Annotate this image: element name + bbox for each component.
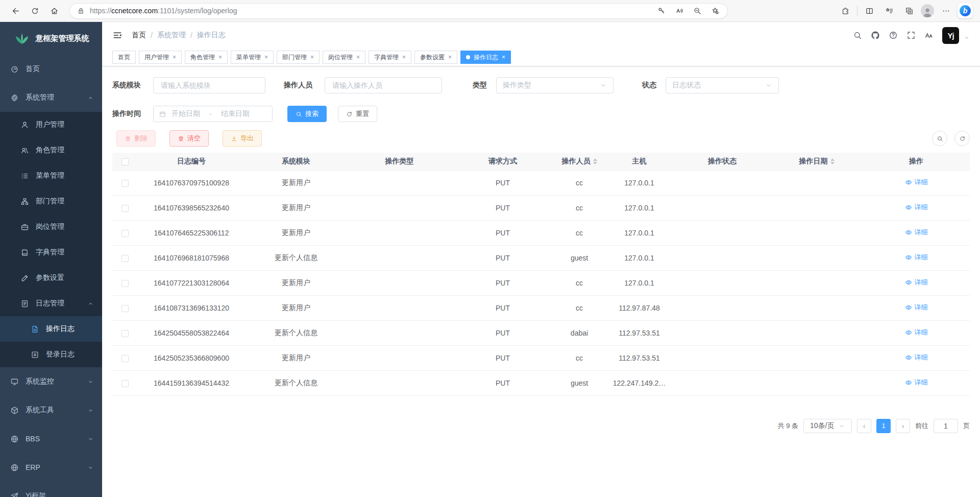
export-button[interactable]: 导出: [223, 130, 262, 147]
sidebar-item-erp[interactable]: ERP: [0, 453, 102, 482]
browser-refresh-button[interactable]: [27, 3, 43, 19]
user-dropdown-caret-icon[interactable]: [964, 35, 970, 41]
reset-button[interactable]: 重置: [338, 106, 377, 122]
refresh-table-button[interactable]: [954, 131, 970, 146]
sidebar-item-home[interactable]: 首页: [0, 55, 102, 83]
status-select[interactable]: 日志状态: [666, 77, 779, 93]
browser-back-button[interactable]: [7, 3, 23, 19]
close-icon[interactable]: ×: [402, 54, 406, 61]
profile-avatar[interactable]: [921, 4, 934, 17]
tab-dict-mgmt[interactable]: 字典管理×: [369, 51, 411, 64]
sort-carets-icon[interactable]: [593, 158, 597, 164]
sidebar-item-post-mgmt[interactable]: 岗位管理: [0, 214, 102, 240]
checkbox[interactable]: [121, 330, 129, 337]
page-size-select[interactable]: 10条/页: [803, 419, 852, 433]
tab-post-mgmt[interactable]: 岗位管理×: [323, 51, 365, 64]
detail-link[interactable]: 详细: [905, 203, 928, 212]
detail-link[interactable]: 详细: [905, 328, 928, 337]
fullscreen-icon[interactable]: [906, 31, 916, 40]
detail-link[interactable]: 详细: [905, 378, 928, 387]
detail-link[interactable]: 详细: [905, 303, 928, 312]
collections-button[interactable]: [901, 3, 917, 19]
sidebar-item-system-tools[interactable]: 系统工具: [0, 396, 102, 424]
checkbox[interactable]: [121, 305, 129, 312]
detail-link[interactable]: 详细: [905, 253, 928, 262]
sidebar-item-system-mgmt[interactable]: 系统管理: [0, 83, 102, 112]
next-page-button[interactable]: ›: [896, 419, 910, 433]
date-range-picker[interactable]: 开始日期 - 结束日期: [153, 106, 273, 122]
clear-button[interactable]: 清空: [169, 130, 209, 147]
type-select[interactable]: 操作类型: [496, 77, 614, 93]
search-button[interactable]: 搜索: [287, 106, 327, 122]
sidebar-item-yi-framework[interactable]: Yi框架: [0, 482, 102, 497]
goto-page-input[interactable]: [934, 419, 958, 433]
header-search-icon[interactable]: [853, 31, 862, 40]
close-icon[interactable]: ×: [356, 54, 360, 61]
sidebar-item-system-monitor[interactable]: 系统监控: [0, 367, 102, 396]
close-icon[interactable]: ×: [502, 54, 505, 61]
breadcrumb-system[interactable]: 系统管理: [157, 31, 186, 40]
checkbox[interactable]: [121, 255, 129, 262]
close-icon[interactable]: ×: [218, 54, 222, 61]
sidebar-item-param-settings[interactable]: 参数设置: [0, 265, 102, 291]
address-bar[interactable]: https://ccnetcore.com:1101/system/log/op…: [69, 3, 728, 19]
detail-link[interactable]: 详细: [905, 278, 928, 287]
browser-menu-button[interactable]: [938, 3, 954, 19]
sidebar-item-dept-mgmt[interactable]: 部门管理: [0, 188, 102, 214]
checkbox[interactable]: [121, 380, 129, 387]
read-aloud-button[interactable]: [672, 4, 687, 18]
sort-carets-icon[interactable]: [830, 158, 835, 164]
app-logo[interactable]: 意框架管理系统: [0, 22, 102, 55]
sidebar-item-bbs[interactable]: BBS: [0, 424, 102, 453]
sidebar-item-menu-mgmt[interactable]: 菜单管理: [0, 163, 102, 188]
sidebar-item-oper-log[interactable]: 操作日志: [0, 316, 102, 342]
sidebar-item-dict-mgmt[interactable]: 字典管理: [0, 240, 102, 265]
column-header[interactable]: 操作人员: [554, 153, 605, 170]
github-icon[interactable]: [871, 31, 880, 40]
breadcrumb-home[interactable]: 首页: [132, 31, 146, 40]
bing-chat-button[interactable]: b: [958, 3, 973, 18]
password-manager-button[interactable]: [654, 4, 669, 18]
extensions-button[interactable]: [837, 3, 853, 19]
tab-user-mgmt[interactable]: 用户管理×: [139, 51, 182, 64]
sidebar-item-log-mgmt[interactable]: 日志管理: [0, 291, 102, 316]
checkbox[interactable]: [121, 355, 129, 362]
close-icon[interactable]: ×: [310, 54, 314, 61]
prev-page-button[interactable]: ‹: [857, 419, 871, 433]
tab-dept-mgmt[interactable]: 部门管理×: [277, 51, 320, 64]
user-logo[interactable]: Yj: [942, 27, 959, 44]
close-icon[interactable]: ×: [264, 54, 268, 61]
checkbox[interactable]: [121, 158, 129, 165]
checkbox[interactable]: [121, 230, 129, 237]
module-input[interactable]: [154, 78, 265, 93]
close-icon[interactable]: ×: [173, 54, 176, 61]
close-icon[interactable]: ×: [448, 54, 452, 61]
help-icon[interactable]: [889, 31, 898, 40]
sidebar-collapse-icon[interactable]: [112, 30, 122, 40]
split-screen-button[interactable]: [861, 3, 877, 19]
sidebar-item-role-mgmt[interactable]: 角色管理: [0, 137, 102, 163]
browser-home-button[interactable]: [46, 3, 62, 19]
delete-button[interactable]: 删除: [116, 130, 156, 147]
sidebar-item-login-log[interactable]: 登录日志: [0, 342, 102, 367]
tab-home[interactable]: 首页: [112, 51, 136, 64]
tab-menu-mgmt[interactable]: 菜单管理×: [231, 51, 274, 64]
tab-param-settings[interactable]: 参数设置×: [414, 51, 457, 64]
font-size-icon[interactable]: [924, 31, 934, 40]
operator-input[interactable]: [325, 78, 442, 93]
detail-link[interactable]: 详细: [905, 228, 928, 237]
add-favorite-button[interactable]: [708, 4, 722, 18]
page-1-button[interactable]: 1: [876, 419, 891, 433]
tab-role-mgmt[interactable]: 角色管理×: [185, 51, 228, 64]
zoom-out-button[interactable]: [690, 4, 704, 18]
detail-link[interactable]: 详细: [905, 353, 928, 362]
detail-link[interactable]: 详细: [905, 178, 928, 187]
favorites-button[interactable]: [881, 3, 897, 19]
tab-oper-log[interactable]: 操作日志×: [460, 51, 511, 64]
checkbox[interactable]: [121, 280, 129, 287]
show-search-button[interactable]: [932, 131, 947, 146]
sidebar-item-user-mgmt[interactable]: 用户管理: [0, 112, 102, 137]
checkbox[interactable]: [121, 180, 129, 187]
column-header[interactable]: 操作日期: [771, 153, 863, 170]
checkbox[interactable]: [121, 205, 129, 212]
